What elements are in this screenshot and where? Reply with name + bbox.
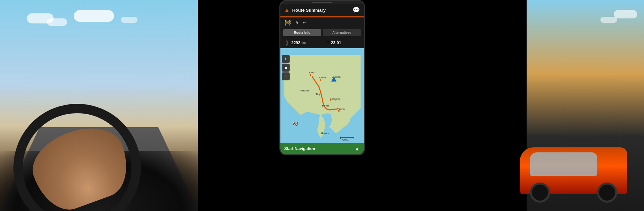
zoom-out-button[interactable]: −: [282, 72, 290, 80]
menu-button[interactable]: 💬: [353, 6, 360, 14]
map-area[interactable]: Paris Berne Austria France Italy Sarajev…: [280, 48, 364, 143]
chevron-up-icon: ▲: [355, 146, 360, 152]
phone-frame: ▲ Route Summary 💬 🚧 $ ↩ Route Info Alter…: [279, 0, 365, 155]
zoom-in-button[interactable]: +: [282, 55, 290, 63]
route-info-tab[interactable]: Route Info: [283, 29, 322, 36]
bottom-bar[interactable]: Start Navigation ▲: [280, 143, 364, 154]
time-icon: ⏱: [325, 40, 330, 46]
map-svg: Paris Berne Austria France Italy Sarajev…: [280, 48, 364, 142]
distance-icon: 🚶: [284, 40, 290, 46]
info-divider: [322, 40, 322, 46]
svg-point-12: [329, 99, 331, 101]
toll-icon: 🚧: [284, 19, 291, 26]
navigation-arrow-icon: ▲: [284, 7, 290, 13]
device-wrapper: ▲ Route Summary 💬 🚧 $ ↩ Route Info Alter…: [158, 0, 486, 211]
alternatives-tab[interactable]: Alternatives: [323, 29, 361, 36]
svg-text:Italy: Italy: [315, 92, 320, 95]
phone-top-bar: [280, 1, 364, 4]
svg-text:France: France: [300, 89, 309, 92]
route-summary-title: Route Summary: [292, 8, 326, 13]
distance-unit: km: [302, 41, 306, 45]
start-navigation-button[interactable]: Start Navigation: [284, 146, 315, 151]
distance-info: 🚶 2292 km: [284, 40, 319, 46]
tab-row: Route Info Alternatives: [280, 28, 364, 38]
header-left: ▲ Route Summary: [284, 7, 326, 13]
time-info: ⏱ 23:01: [325, 40, 360, 46]
background-right: [527, 0, 644, 211]
svg-text:Paris: Paris: [309, 71, 315, 74]
nav-header: ▲ Route Summary 💬: [280, 4, 364, 17]
svg-text:500km: 500km: [342, 139, 349, 141]
svg-text:Sarajevo: Sarajevo: [330, 97, 340, 100]
svg-point-10: [310, 74, 311, 76]
svg-text:Tirana: Tirana: [337, 108, 345, 111]
svg-point-13: [323, 105, 324, 107]
svg-point-14: [338, 110, 339, 112]
phone-speaker: [312, 2, 332, 3]
svg-point-15: [321, 132, 323, 134]
distance-value: 2292: [291, 41, 301, 45]
map-controls[interactable]: + ◼ −: [282, 55, 290, 80]
cost-icon: $: [296, 20, 298, 25]
route-type-icon: ↩: [303, 20, 307, 25]
zoom-neutral-button[interactable]: ◼: [282, 64, 290, 72]
icons-row: 🚧 $ ↩: [280, 17, 364, 28]
svg-point-11: [320, 79, 321, 81]
svg-text:🏁: 🏁: [292, 122, 299, 128]
route-info-row: 🚶 2292 km ⏱ 23:01: [280, 38, 364, 48]
svg-text:Berne: Berne: [319, 76, 326, 79]
time-value: 23:01: [331, 41, 341, 45]
